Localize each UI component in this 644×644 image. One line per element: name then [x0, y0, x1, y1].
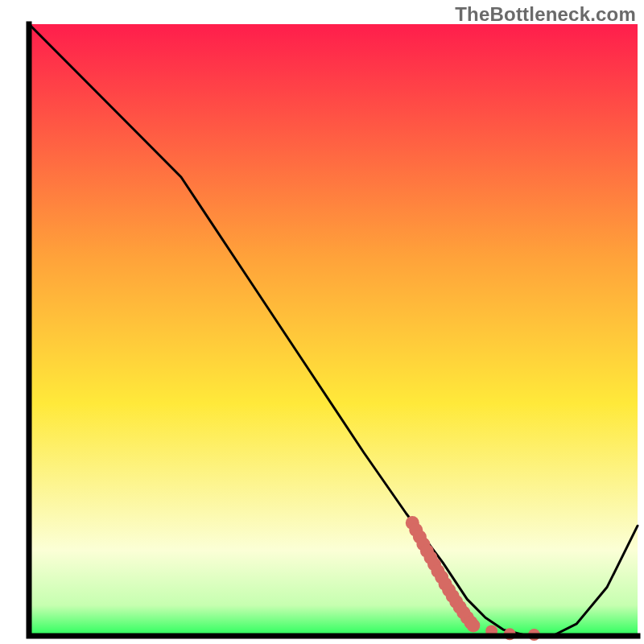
highlight-dot	[466, 619, 480, 633]
watermark-text: TheBottleneck.com	[455, 3, 636, 26]
bottleneck-chart: TheBottleneck.com	[0, 0, 644, 644]
chart-canvas	[0, 0, 644, 644]
